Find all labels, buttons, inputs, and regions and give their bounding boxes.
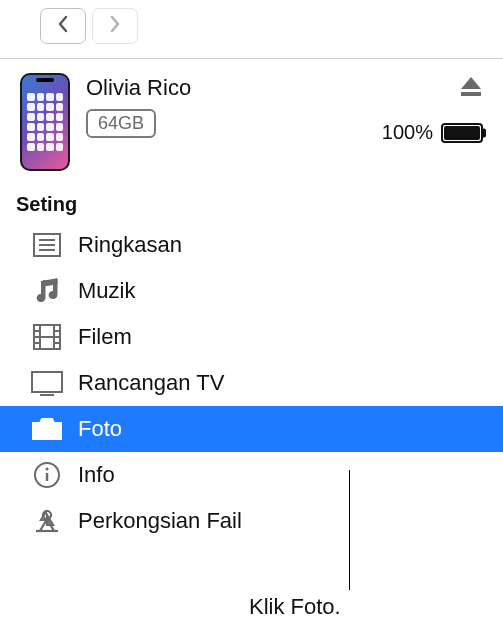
- sidebar-item-filem[interactable]: Filem: [0, 314, 503, 360]
- filesharing-icon: [30, 506, 64, 536]
- sidebar-item-ringkasan[interactable]: Ringkasan: [0, 222, 503, 268]
- sidebar-item-label: Perkongsian Fail: [78, 508, 242, 534]
- svg-rect-1: [461, 92, 481, 96]
- svg-rect-18: [32, 372, 62, 392]
- section-title: Seting: [0, 189, 503, 222]
- svg-marker-0: [461, 77, 481, 89]
- tv-icon: [30, 368, 64, 398]
- camera-icon: [30, 414, 64, 444]
- sidebar-item-label: Foto: [78, 416, 122, 442]
- eject-button[interactable]: [459, 75, 483, 101]
- sidebar-item-info[interactable]: Info: [0, 452, 503, 498]
- info-icon: [30, 460, 64, 490]
- svg-point-20: [42, 425, 52, 435]
- sidebar-item-label: Rancangan TV: [78, 370, 224, 396]
- device-thumbnail: [20, 73, 70, 171]
- music-icon: [30, 276, 64, 306]
- chevron-left-icon: [56, 15, 70, 37]
- sidebar-item-label: Info: [78, 462, 115, 488]
- nav-forward-button[interactable]: [92, 8, 138, 44]
- sidebar-item-label: Muzik: [78, 278, 135, 304]
- sidebar-item-perkongsian-fail[interactable]: Perkongsian Fail: [0, 498, 503, 544]
- settings-list: Ringkasan Muzik: [0, 222, 503, 544]
- film-icon: [30, 322, 64, 352]
- sidebar-item-rancangan-tv[interactable]: Rancangan TV: [0, 360, 503, 406]
- nav-back-button[interactable]: [40, 8, 86, 44]
- device-name: Olivia Rico: [86, 75, 366, 101]
- sidebar-item-foto[interactable]: Foto: [0, 406, 503, 452]
- svg-point-22: [46, 468, 49, 471]
- battery-status: 100%: [382, 121, 483, 144]
- battery-icon: [441, 123, 483, 143]
- battery-percent: 100%: [382, 121, 433, 144]
- sidebar-item-label: Filem: [78, 324, 132, 350]
- callout-text: Klik Foto.: [249, 594, 341, 620]
- callout-line: [349, 470, 350, 590]
- summary-icon: [30, 230, 64, 260]
- sidebar-item-label: Ringkasan: [78, 232, 182, 258]
- storage-badge: 64GB: [86, 109, 156, 138]
- chevron-right-icon: [108, 15, 122, 37]
- sidebar-item-muzik[interactable]: Muzik: [0, 268, 503, 314]
